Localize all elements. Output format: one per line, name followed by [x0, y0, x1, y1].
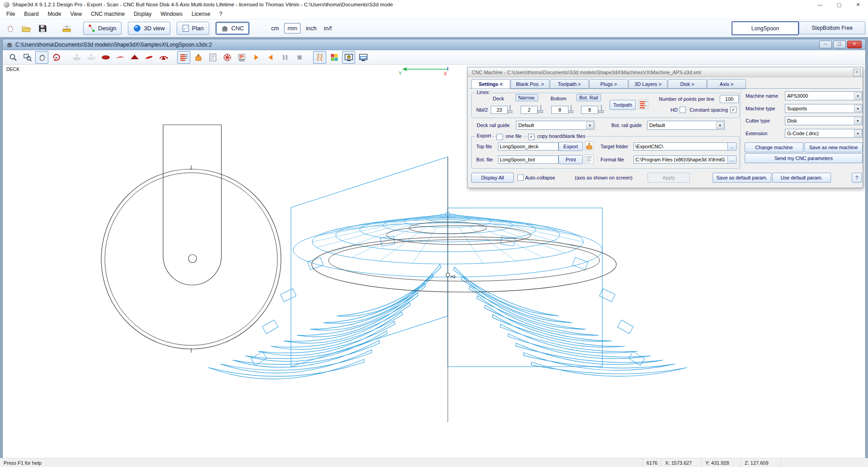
profile-longspoon-button[interactable]: LongSpoon [732, 21, 799, 35]
deck-lines-slider[interactable] [507, 105, 513, 113]
unit-cm[interactable]: cm [271, 25, 279, 32]
save-default-param-button[interactable]: Save as default param. [713, 173, 771, 183]
toolpath-preview-icon[interactable] [235, 51, 248, 64]
extension-select[interactable]: G-Code (.dnc) ▼ [785, 129, 863, 138]
cnc-button[interactable]: CNC [216, 22, 249, 35]
menu-mode[interactable]: Mode [43, 9, 66, 19]
design-button[interactable]: Design [83, 22, 122, 35]
minimize-icon[interactable]: — [817, 2, 823, 8]
target-browse-button[interactable]: ... [727, 142, 737, 151]
deck-rail-guide-select[interactable]: Default ▼ [516, 121, 595, 130]
tab-axis[interactable]: Axis > [707, 79, 746, 89]
machine-type-arrow-icon[interactable]: ▼ [854, 105, 862, 112]
menu-license[interactable]: License [187, 9, 215, 19]
one-file-checkbox[interactable] [497, 134, 503, 140]
panel-collapse-button[interactable]: > [853, 69, 861, 76]
toolpath-lines-mini-icon[interactable] [638, 99, 648, 111]
bottom-lines-input[interactable]: 8 [551, 106, 568, 114]
board-outline-icon[interactable] [99, 51, 112, 64]
narrow-lines-input[interactable]: 2 [521, 106, 538, 114]
bot-rail-guide-arrow-icon[interactable]: ▼ [716, 122, 724, 129]
botrail-lines-slider[interactable] [598, 105, 605, 113]
select-hand-icon[interactable] [3, 22, 17, 35]
bot-file-input[interactable]: LongSpoon_bot [498, 156, 558, 164]
export-blank-icon[interactable] [585, 141, 594, 152]
narrow-lines-toggle[interactable]: Narrow. [516, 94, 538, 101]
speed-dial-icon[interactable] [221, 51, 234, 64]
gcode-file-icon[interactable] [206, 51, 219, 64]
board-rocker-icon[interactable] [113, 51, 127, 64]
pan-hand-icon[interactable] [35, 51, 48, 64]
plan-button[interactable]: Plan [177, 22, 209, 35]
zoom-window-icon[interactable] [21, 51, 34, 64]
use-default-param-button[interactable]: Use default param. [772, 173, 831, 183]
toolpath-lines-icon[interactable] [177, 51, 190, 64]
machine-view-icon[interactable] [342, 51, 355, 64]
toolpath-button[interactable]: Toolpath [610, 100, 636, 110]
unit-mm[interactable]: mm [284, 23, 300, 33]
maximize-icon[interactable]: ▢ [836, 2, 842, 8]
rotate-view-icon[interactable] [50, 51, 63, 64]
menu-display[interactable]: Display [129, 9, 156, 19]
blank-box-icon[interactable] [192, 51, 205, 64]
3d-view-button[interactable]: 3D view [128, 22, 170, 35]
machine-name-arrow-icon[interactable]: ▼ [854, 92, 862, 99]
menu-view[interactable]: View [66, 9, 86, 19]
doc-maximize-icon[interactable]: ▢ [833, 41, 846, 48]
unit-inch[interactable]: inch [306, 25, 317, 32]
tab-disk[interactable]: Disk > [668, 79, 707, 89]
top-file-input[interactable]: LongSpoon_deck [498, 142, 558, 151]
menu-windows[interactable]: Windows [156, 9, 187, 19]
extension-arrow-icon[interactable]: ▼ [854, 130, 862, 137]
cutter-type-select[interactable]: Disk ▼ [785, 116, 863, 125]
machine-type-select[interactable]: Supports ▼ [785, 104, 863, 113]
tab-plugs[interactable]: Plugs > [589, 79, 628, 89]
tab-blank-pos[interactable]: Blank Pos. > [511, 79, 549, 89]
hd-checkbox[interactable] [680, 107, 686, 113]
profile-stepbottom-button[interactable]: StepBottom Free [799, 21, 865, 34]
doc-minimize-icon[interactable]: — [819, 41, 832, 48]
doc-close-icon[interactable]: ✕ [847, 41, 862, 48]
panel-help-button[interactable]: ? [852, 173, 862, 183]
botrail-lines-input[interactable]: 8 [581, 106, 598, 114]
tab-settings[interactable]: Settings < [471, 79, 510, 89]
tab-3d-layers[interactable]: 3D Layers > [629, 79, 667, 89]
auto-collapse-checkbox[interactable] [517, 175, 524, 181]
play-forward-icon[interactable] [249, 51, 263, 64]
export-button[interactable]: Export [558, 142, 583, 151]
open-folder-icon[interactable] [19, 22, 33, 35]
print-button[interactable]: Print [558, 155, 583, 164]
format-browse-button[interactable]: ... [727, 156, 737, 164]
save-new-machine-button[interactable]: Save as new machine [804, 142, 863, 152]
document-titlebar[interactable]: C:\Users\thoma\Documents\S3d models\Shap… [3, 39, 865, 50]
send-cnc-parameters-button[interactable]: Send my CNC parameters [745, 153, 863, 163]
play-backward-icon[interactable] [264, 51, 277, 64]
close-icon[interactable]: ✕ [855, 2, 861, 8]
change-machine-button[interactable]: Change machine [745, 142, 803, 152]
zoom-icon[interactable] [6, 51, 19, 64]
bot-rail-guide-select[interactable]: Default ▼ [647, 121, 725, 130]
board-thickness-icon[interactable] [128, 51, 141, 64]
menu-cnc-machine[interactable]: CNC machine [86, 9, 129, 19]
narrow-lines-slider[interactable] [538, 105, 544, 113]
cutter-type-arrow-icon[interactable]: ▼ [854, 117, 862, 124]
save-icon[interactable] [35, 22, 50, 35]
menu-board[interactable]: Board [19, 9, 43, 19]
menu-help[interactable]: ? [215, 9, 227, 19]
board-flip-icon[interactable] [157, 51, 170, 64]
fullscreen-view-icon[interactable] [357, 51, 370, 64]
bottom-lines-slider[interactable] [568, 105, 574, 113]
print-doc-icon[interactable] [585, 154, 594, 165]
board-rail-icon[interactable] [142, 51, 155, 64]
drawing-canvas[interactable]: YXH2DECK CNC Machine - C:\Users\thoma\Do… [3, 65, 865, 458]
machine-name-select[interactable]: APS3000 ▼ [785, 91, 863, 100]
constant-spacing-checkbox[interactable]: ✓ [730, 107, 737, 113]
menu-file[interactable]: File [2, 9, 19, 19]
tab-toolpath[interactable]: Toolpath > [550, 79, 589, 89]
cnc-panel-titlebar[interactable]: CNC Machine - C:\Users\thoma\Documents\S… [468, 67, 863, 77]
apply-button[interactable]: Apply [647, 173, 690, 183]
pause-icon[interactable] [278, 51, 291, 64]
deck-lines-input[interactable]: 23 [491, 106, 508, 114]
copy-files-checkbox[interactable]: ✓ [528, 134, 535, 140]
target-folder-input[interactable]: \ExportCNC\ [633, 142, 728, 151]
